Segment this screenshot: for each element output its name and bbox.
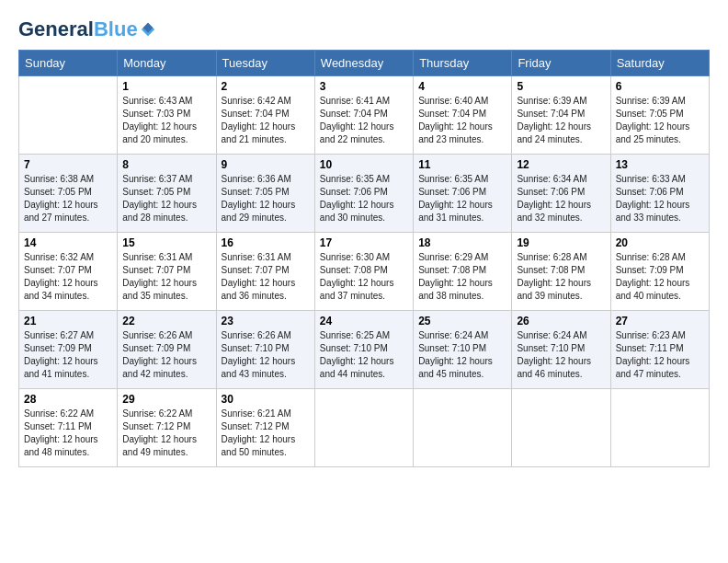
calendar-cell: 26Sunrise: 6:24 AM Sunset: 7:10 PM Dayli… [512,311,610,389]
calendar-cell: 22Sunrise: 6:26 AM Sunset: 7:09 PM Dayli… [118,311,216,389]
day-info: Sunrise: 6:27 AM Sunset: 7:09 PM Dayligh… [24,329,112,381]
day-number: 9 [222,158,310,171]
day-number: 14 [24,236,112,249]
calendar-cell [314,389,413,467]
calendar-week-5: 28Sunrise: 6:22 AM Sunset: 7:11 PM Dayli… [19,389,710,467]
day-number: 21 [24,315,112,327]
calendar-cell: 11Sunrise: 6:35 AM Sunset: 7:06 PM Dayli… [414,155,512,233]
day-info: Sunrise: 6:31 AM Sunset: 7:07 PM Dayligh… [122,251,210,303]
day-number: 18 [418,236,506,249]
weekday-header-wednesday: Wednesday [314,51,413,76]
calendar-cell: 14Sunrise: 6:32 AM Sunset: 7:07 PM Dayli… [19,233,118,311]
calendar-week-3: 14Sunrise: 6:32 AM Sunset: 7:07 PM Dayli… [19,233,710,311]
day-number: 25 [418,315,506,327]
page-header: GeneralBlue [18,18,710,40]
day-info: Sunrise: 6:39 AM Sunset: 7:05 PM Dayligh… [616,95,704,146]
day-info: Sunrise: 6:39 AM Sunset: 7:04 PM Dayligh… [517,95,605,146]
day-info: Sunrise: 6:33 AM Sunset: 7:06 PM Dayligh… [616,173,704,224]
day-number: 30 [222,393,310,406]
day-info: Sunrise: 6:24 AM Sunset: 7:10 PM Dayligh… [418,329,506,381]
calendar-table: SundayMondayTuesdayWednesdayThursdayFrid… [18,50,710,467]
calendar-cell: 2Sunrise: 6:42 AM Sunset: 7:04 PM Daylig… [216,76,314,155]
day-info: Sunrise: 6:26 AM Sunset: 7:09 PM Dayligh… [122,329,210,381]
day-number: 20 [616,236,704,249]
calendar-cell [19,76,118,155]
day-info: Sunrise: 6:23 AM Sunset: 7:11 PM Dayligh… [616,329,704,381]
day-number: 22 [122,315,210,327]
day-number: 16 [222,236,310,249]
calendar-cell [610,389,709,467]
day-info: Sunrise: 6:41 AM Sunset: 7:04 PM Dayligh… [320,95,408,146]
day-number: 8 [122,158,210,171]
calendar-cell: 9Sunrise: 6:36 AM Sunset: 7:05 PM Daylig… [216,155,314,233]
calendar-cell: 19Sunrise: 6:28 AM Sunset: 7:08 PM Dayli… [512,233,610,311]
calendar-cell: 30Sunrise: 6:21 AM Sunset: 7:12 PM Dayli… [216,389,314,467]
day-number: 7 [24,158,112,171]
day-number: 19 [517,236,605,249]
calendar-cell: 20Sunrise: 6:28 AM Sunset: 7:09 PM Dayli… [610,233,709,311]
day-number: 28 [24,393,112,406]
logo-text: GeneralBlue [18,18,138,40]
calendar-cell: 4Sunrise: 6:40 AM Sunset: 7:04 PM Daylig… [414,76,512,155]
day-info: Sunrise: 6:35 AM Sunset: 7:06 PM Dayligh… [418,173,506,224]
calendar-cell: 6Sunrise: 6:39 AM Sunset: 7:05 PM Daylig… [610,76,709,155]
calendar-cell: 27Sunrise: 6:23 AM Sunset: 7:11 PM Dayli… [610,311,709,389]
calendar-cell [512,389,610,467]
calendar-cell: 24Sunrise: 6:25 AM Sunset: 7:10 PM Dayli… [314,311,413,389]
calendar-week-4: 21Sunrise: 6:27 AM Sunset: 7:09 PM Dayli… [19,311,710,389]
day-info: Sunrise: 6:22 AM Sunset: 7:11 PM Dayligh… [24,408,112,459]
day-number: 4 [418,80,506,93]
day-number: 6 [616,80,704,93]
calendar-cell: 15Sunrise: 6:31 AM Sunset: 7:07 PM Dayli… [118,233,216,311]
day-number: 12 [517,158,605,171]
calendar-cell: 21Sunrise: 6:27 AM Sunset: 7:09 PM Dayli… [19,311,118,389]
day-info: Sunrise: 6:28 AM Sunset: 7:08 PM Dayligh… [517,251,605,303]
day-info: Sunrise: 6:36 AM Sunset: 7:05 PM Dayligh… [222,173,310,224]
day-info: Sunrise: 6:24 AM Sunset: 7:10 PM Dayligh… [517,329,605,381]
day-info: Sunrise: 6:43 AM Sunset: 7:03 PM Dayligh… [122,95,210,146]
day-info: Sunrise: 6:22 AM Sunset: 7:12 PM Dayligh… [122,408,210,459]
calendar-week-2: 7Sunrise: 6:38 AM Sunset: 7:05 PM Daylig… [19,155,710,233]
calendar-cell: 28Sunrise: 6:22 AM Sunset: 7:11 PM Dayli… [19,389,118,467]
day-number: 26 [517,315,605,327]
logo: GeneralBlue [18,18,156,40]
calendar-cell [414,389,512,467]
calendar-header: SundayMondayTuesdayWednesdayThursdayFrid… [19,51,710,76]
day-info: Sunrise: 6:40 AM Sunset: 7:04 PM Dayligh… [418,95,506,146]
weekday-header-monday: Monday [118,51,216,76]
weekday-header-sunday: Sunday [19,51,118,76]
calendar-cell: 3Sunrise: 6:41 AM Sunset: 7:04 PM Daylig… [314,76,413,155]
weekday-row: SundayMondayTuesdayWednesdayThursdayFrid… [19,51,710,76]
day-number: 24 [320,315,408,327]
day-number: 27 [616,315,704,327]
day-number: 29 [122,393,210,406]
calendar-cell: 12Sunrise: 6:34 AM Sunset: 7:06 PM Dayli… [512,155,610,233]
calendar-cell: 7Sunrise: 6:38 AM Sunset: 7:05 PM Daylig… [19,155,118,233]
calendar-cell: 10Sunrise: 6:35 AM Sunset: 7:06 PM Dayli… [314,155,413,233]
day-number: 15 [122,236,210,249]
calendar-cell: 8Sunrise: 6:37 AM Sunset: 7:05 PM Daylig… [118,155,216,233]
day-number: 5 [517,80,605,93]
day-info: Sunrise: 6:35 AM Sunset: 7:06 PM Dayligh… [320,173,408,224]
calendar-cell: 1Sunrise: 6:43 AM Sunset: 7:03 PM Daylig… [118,76,216,155]
day-info: Sunrise: 6:31 AM Sunset: 7:07 PM Dayligh… [222,251,310,303]
day-info: Sunrise: 6:34 AM Sunset: 7:06 PM Dayligh… [517,173,605,224]
logo-icon [140,21,156,38]
calendar-cell: 5Sunrise: 6:39 AM Sunset: 7:04 PM Daylig… [512,76,610,155]
day-number: 1 [122,80,210,93]
weekday-header-thursday: Thursday [414,51,512,76]
day-info: Sunrise: 6:32 AM Sunset: 7:07 PM Dayligh… [24,251,112,303]
day-info: Sunrise: 6:29 AM Sunset: 7:08 PM Dayligh… [418,251,506,303]
calendar-cell: 16Sunrise: 6:31 AM Sunset: 7:07 PM Dayli… [216,233,314,311]
day-info: Sunrise: 6:38 AM Sunset: 7:05 PM Dayligh… [24,173,112,224]
day-number: 2 [222,80,310,93]
day-info: Sunrise: 6:25 AM Sunset: 7:10 PM Dayligh… [320,329,408,381]
calendar-cell: 29Sunrise: 6:22 AM Sunset: 7:12 PM Dayli… [118,389,216,467]
calendar-cell: 23Sunrise: 6:26 AM Sunset: 7:10 PM Dayli… [216,311,314,389]
day-number: 11 [418,158,506,171]
calendar-cell: 13Sunrise: 6:33 AM Sunset: 7:06 PM Dayli… [610,155,709,233]
day-number: 10 [320,158,408,171]
weekday-header-friday: Friday [512,51,610,76]
calendar-body: 1Sunrise: 6:43 AM Sunset: 7:03 PM Daylig… [19,76,710,467]
day-info: Sunrise: 6:37 AM Sunset: 7:05 PM Dayligh… [122,173,210,224]
